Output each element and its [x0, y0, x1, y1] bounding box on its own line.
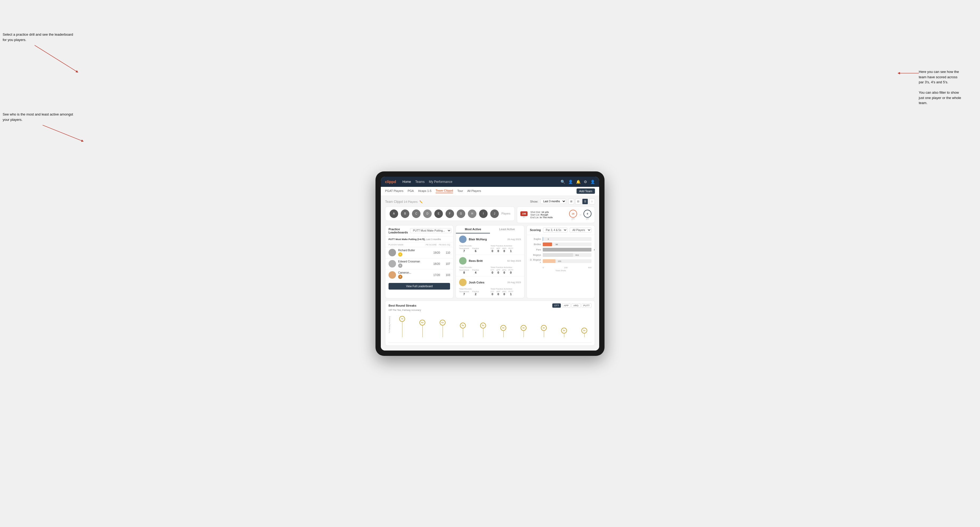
streak-chart: % Fairway Accuracy 7x6x6x5x5x4x4x4x3x3x: [388, 314, 592, 343]
table-row: Richard Butler 1 19/20 110: [385, 247, 453, 259]
bar-track: 96: [543, 243, 592, 246]
activity-date: 26 Aug 2023: [508, 281, 521, 284]
list-view[interactable]: ☰: [582, 198, 588, 205]
bar-row-dbogeys: D. Bogeys + 131: [530, 259, 592, 264]
nav-icons: 🔍 👤 🔔 ⚙ 👤: [561, 179, 595, 184]
team-header: Team Clippd 14 Players ✏️ Show: Last 3 m…: [385, 198, 595, 205]
player-header: Josh Coles 26 Aug 2023: [459, 279, 520, 286]
streak-tab-ott[interactable]: OTT: [552, 303, 561, 308]
team-title-group: Team Clippd 14 Players ✏️: [385, 199, 423, 204]
streak-pin: 7x: [399, 316, 405, 337]
bar-track: 3: [543, 237, 592, 241]
grid-view-2[interactable]: ⊟: [575, 198, 581, 205]
streaks-card: Best Round Streaks OTT APP ARG PUTT Off …: [385, 300, 595, 346]
shot-details: Shot Dist: 16 yds Start Lie: Rough End L…: [530, 211, 552, 219]
bar-track: 131: [543, 259, 592, 263]
subnav-pga[interactable]: PGA: [408, 189, 414, 193]
practice-leaderboards-card: Practice Leaderboards PUTT Must Make Put…: [385, 225, 453, 298]
streak-pin: 5x: [460, 322, 466, 337]
shot-yds-group: 16 yds → 0 yds: [569, 210, 592, 220]
tab-most-active[interactable]: Most Active: [456, 225, 490, 233]
avatar[interactable]: B: [401, 210, 409, 218]
bar-row-pars: Pars 499: [530, 248, 592, 252]
avatar[interactable]: H: [468, 210, 476, 218]
tablet-screen: clippd Home Teams My Performance 🔍 👤 🔔 ⚙…: [381, 177, 599, 351]
bar-fill: 96: [543, 243, 552, 246]
bar-fill: 499: [543, 248, 592, 252]
rounds-info: Total Rounds Tournament 8 Practice 4: [459, 266, 520, 274]
player-avatar: [388, 249, 396, 256]
person-icon[interactable]: 👤: [568, 179, 573, 184]
activity-card: Most Active Least Active Blair McHarg 26…: [456, 225, 524, 298]
nav-link-performance[interactable]: My Performance: [429, 180, 452, 184]
table-row: Edward Crossman 2 18/20 107: [385, 259, 453, 270]
avatar[interactable]: J: [490, 210, 499, 218]
streaks-tabs: OTT APP ARG PUTT: [552, 303, 592, 308]
shot-badge: 198 SC: [520, 211, 528, 218]
tab-least-active[interactable]: Least Active: [490, 225, 524, 233]
show-select[interactable]: Last 3 months: [540, 199, 566, 204]
avatar[interactable]: E: [434, 210, 443, 218]
activity-tabs: Most Active Least Active: [456, 225, 524, 233]
scoring-header: Scoring Par 3, 4 & 5s All Players: [527, 225, 595, 235]
player-name: Blair McHarg: [469, 238, 505, 241]
nav-link-teams[interactable]: Teams: [415, 180, 425, 184]
avatar: [459, 279, 466, 286]
shot-yds-16: 16: [569, 210, 577, 218]
bell-icon[interactable]: 🔔: [576, 179, 581, 184]
list-item: Rees Britt 02 Sep 2023 Total Rounds Tour…: [456, 255, 524, 276]
streak-pin: 3x: [561, 328, 567, 337]
avatar[interactable]: C: [412, 210, 420, 218]
avatar[interactable]: I: [479, 210, 488, 218]
view-icons: ⊞ ⊟ ☰ ↕: [568, 198, 595, 205]
nav-link-home[interactable]: Home: [402, 180, 411, 184]
add-team-button[interactable]: Add Team: [577, 189, 595, 194]
medal-gold: 1: [398, 252, 402, 257]
table-row: Cameron... 3 17/20 103: [385, 270, 453, 281]
subnav-hcaps[interactable]: Hcaps 1-5: [418, 189, 431, 193]
grid-view-1[interactable]: ⊞: [568, 198, 574, 205]
settings-icon[interactable]: ⚙: [584, 179, 587, 184]
avatar-icon[interactable]: 👤: [590, 179, 595, 184]
bar-row-bogeys: Bogeys 311: [530, 253, 592, 257]
streak-pin: 6x: [419, 320, 425, 337]
avatar[interactable]: G: [457, 210, 465, 218]
svg-line-0: [35, 45, 77, 72]
avatar[interactable]: D: [423, 210, 432, 218]
search-icon[interactable]: 🔍: [561, 179, 565, 184]
drill-select[interactable]: PUTT Must Make Putting...: [410, 228, 451, 233]
avatar[interactable]: F: [445, 210, 454, 218]
subnav-all-players[interactable]: All Players: [467, 189, 481, 193]
medal-silver: 2: [398, 264, 402, 268]
nav-logo: clippd: [385, 179, 396, 184]
navbar: clippd Home Teams My Performance 🔍 👤 🔔 ⚙…: [381, 177, 599, 187]
bar-track: 499: [543, 248, 592, 252]
view-full-leaderboard-button[interactable]: View Full Leaderboard: [388, 283, 450, 290]
bar-fill: 131: [543, 259, 555, 263]
subnav-team-clippd[interactable]: Team Clippd: [436, 189, 453, 193]
subnav-pgat[interactable]: PGAT Players: [385, 189, 403, 193]
shot-card: 198 SC Shot Dist: 16 yds Start Lie: Roug…: [517, 206, 595, 223]
card-header: Practice Leaderboards PUTT Must Make Put…: [385, 225, 453, 237]
rounds-info: Total Rounds Tournament 7 Practice 2: [459, 288, 520, 296]
streak-tab-arg[interactable]: ARG: [571, 303, 581, 308]
activity-date: 02 Sep 2023: [508, 259, 521, 262]
streak-pin: 4x: [520, 325, 527, 337]
player-avatar: [388, 260, 396, 268]
pins-container: 7x6x6x5x5x4x4x4x3x3x: [399, 316, 587, 337]
sort-view[interactable]: ↕: [589, 198, 595, 205]
par-filter-select[interactable]: Par 3, 4 & 5s: [543, 227, 568, 233]
streak-pin: 5x: [480, 322, 486, 337]
player-count: 14 Players: [404, 200, 418, 203]
subnav: PGAT Players PGA Hcaps 1-5 Team Clippd T…: [381, 187, 599, 196]
avatar[interactable]: A: [390, 210, 398, 218]
bar-row-birdies: Birdies 96: [530, 243, 592, 246]
subnav-tour[interactable]: Tour: [457, 189, 463, 193]
streak-tab-app[interactable]: APP: [562, 303, 570, 308]
streak-pin: 4x: [500, 325, 506, 337]
edit-icon[interactable]: ✏️: [419, 200, 423, 203]
list-item: Blair McHarg 26 Aug 2023 Total Rounds To…: [456, 233, 524, 255]
streak-tab-putt[interactable]: PUTT: [582, 303, 592, 308]
players-row: A B C D E F G H I J Players: [385, 206, 515, 221]
player-filter-select[interactable]: All Players: [570, 227, 592, 233]
